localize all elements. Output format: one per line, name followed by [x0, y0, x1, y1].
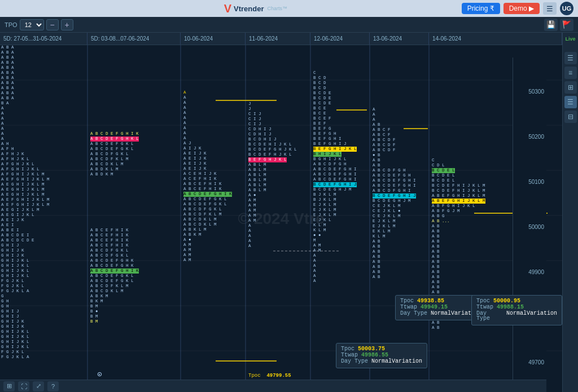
- toolbar2: TPO 12 5 30 − + 💾 🚩: [0, 17, 578, 33]
- crosshair-icon[interactable]: ⊙: [97, 372, 102, 377]
- logo-text: Vtrender: [234, 5, 264, 13]
- date-seg-6: 14-06-2024: [429, 33, 562, 45]
- twap-label-2: Ttwap: [341, 353, 358, 358]
- tpo-label: TPO: [5, 21, 17, 28]
- chart-canvas: © 2024 Vtre: [0, 45, 562, 392]
- date-seg-2: 10-06-2024: [181, 33, 246, 45]
- tpoc-val-2: 50003.75: [358, 346, 385, 351]
- pricing-button[interactable]: Pricing ₹: [462, 3, 500, 14]
- daytype-val-2: NormalVariation: [371, 359, 422, 364]
- demo-button[interactable]: Demo ▶: [503, 3, 540, 14]
- date-seg-3: 11-06-2024: [246, 33, 310, 45]
- twap-label-3: Ttwap: [400, 305, 417, 310]
- sidebar-btn-1[interactable]: ☰: [564, 52, 577, 64]
- sidebar-btn-2[interactable]: ≡: [564, 67, 577, 79]
- sidebar-btn-3[interactable]: ⊞: [564, 81, 577, 94]
- info-box-2: Tpoc 50003.75 Ttwap 49986.55 Day Type No…: [336, 343, 427, 368]
- info-box-4: Tpoc 50000.95 Ttwap 49988.15 Day Type No…: [471, 295, 562, 325]
- navbar: V Vtrender Charts™ Pricing ₹ Demo ▶ ☰ UG: [0, 0, 578, 17]
- interval-select[interactable]: 12 5 30: [20, 19, 44, 30]
- chart-area: 5D: 27-05...31-05-2024 5D: 03-08...07-06…: [0, 33, 562, 392]
- date-seg-1: 5D: 03-08...07-06-2024: [87, 33, 181, 45]
- logo-v-icon: V: [224, 2, 231, 15]
- minus-button[interactable]: −: [46, 19, 59, 30]
- plus-button[interactable]: +: [61, 19, 73, 30]
- price-50100: 50100: [528, 179, 544, 185]
- daytype-label-4: Day Type: [476, 311, 503, 321]
- twap-val-2: 49986.55: [361, 353, 388, 358]
- tpoc-val-4: 50000.95: [493, 298, 520, 303]
- grid-icon-button[interactable]: ⊞: [3, 381, 15, 391]
- help-icon-button[interactable]: ?: [47, 381, 59, 391]
- fullscreen-icon-button[interactable]: ⤢: [33, 381, 44, 391]
- sidebar-btn-4[interactable]: ☰: [564, 96, 577, 108]
- sidebar-btn-5[interactable]: ⊟: [564, 111, 577, 123]
- tpo-chart: A B A A B A A B A A B A A B A A B A A B …: [0, 45, 562, 380]
- price-49900: 49900: [528, 269, 544, 275]
- user-avatar[interactable]: UG: [560, 2, 573, 15]
- twap-val-4: 49988.15: [497, 305, 524, 310]
- twap-label-4: Ttwap: [476, 305, 493, 310]
- tpoc-label-2: Tpoc: [341, 346, 354, 351]
- price-50000: 50000: [528, 224, 544, 230]
- date-header: 5D: 27-05...31-05-2024 5D: 03-08...07-06…: [0, 33, 562, 45]
- save-button[interactable]: 💾: [544, 19, 558, 31]
- price-49700: 49700: [528, 359, 544, 365]
- price-50200: 50200: [528, 134, 544, 140]
- price-50300: 50300: [528, 89, 544, 95]
- date-seg-0: 5D: 27-05...31-05-2024: [0, 33, 87, 45]
- menu-icon-button[interactable]: ☰: [543, 2, 557, 15]
- expand-icon-button[interactable]: ⛶: [18, 381, 29, 391]
- tpoc-label-3: Tpoc: [400, 298, 414, 303]
- daytype-label-2: Day Type: [341, 359, 368, 364]
- logo-area: V Vtrender Charts™: [53, 2, 458, 15]
- daytype-label-3: Day Type: [400, 311, 427, 316]
- live-label: Live: [565, 36, 575, 42]
- flag-button[interactable]: 🚩: [560, 19, 573, 31]
- right-sidebar: Live ☰ ≡ ⊞ ☰ ⊟: [562, 33, 578, 392]
- tpoc-val-3: 49938.85: [417, 298, 444, 303]
- price-scale: 50300 50200 50100 50000 49900 49800 4970…: [513, 58, 546, 380]
- date-seg-5: 13-06-2024: [370, 33, 429, 45]
- date-seg-4: 12-06-2024: [310, 33, 370, 45]
- main-area: 5D: 27-05...31-05-2024 5D: 03-08...07-06…: [0, 33, 578, 392]
- bottom-bar: ⊞ ⛶ ⤢ ?: [0, 380, 546, 392]
- logo-sub: Charts™: [267, 6, 287, 11]
- tpoc-label-4: Tpoc: [476, 298, 490, 303]
- twap-val-3: 49949.15: [421, 305, 448, 310]
- daytype-val-4: NormalVariation: [506, 311, 557, 321]
- bottom-tpoc: Tpoc 49799.55: [248, 373, 291, 378]
